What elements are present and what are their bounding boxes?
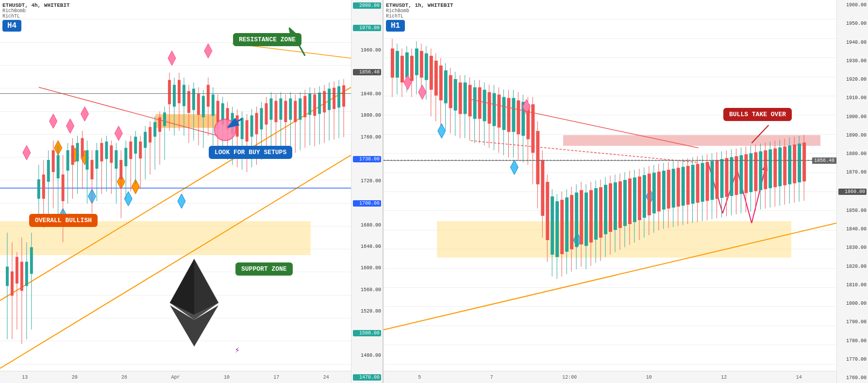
- svg-rect-58: [95, 150, 98, 169]
- svg-rect-96: [187, 91, 190, 113]
- svg-rect-301: [686, 166, 690, 205]
- left-indicator-2: RichTL: [2, 14, 70, 19]
- svg-rect-176: [401, 56, 404, 83]
- right-price-1840: 1840.00: [838, 226, 867, 232]
- svg-marker-22: [168, 51, 176, 66]
- svg-rect-180: [410, 56, 414, 81]
- price-1856: 1856.48: [353, 69, 381, 75]
- right-price-1920: 1920.00: [838, 77, 867, 82]
- svg-rect-307: [701, 163, 704, 202]
- price-1640: 1640.00: [353, 244, 381, 249]
- right-price-1900: 1900.00: [838, 114, 867, 120]
- svg-rect-205: [464, 83, 467, 114]
- price-1600: 1600.00: [353, 265, 381, 271]
- svg-rect-191: [430, 56, 433, 90]
- svg-rect-305: [696, 164, 700, 203]
- buy-setups-label: LOOK FOR BUY SETUPS: [209, 146, 292, 159]
- left-timeframe-badge: H4: [2, 20, 21, 32]
- svg-rect-178: [405, 52, 409, 78]
- svg-rect-327: [739, 155, 743, 194]
- right-price-1800: 1800.00: [838, 301, 867, 306]
- svg-line-356: [751, 125, 768, 143]
- right-price-1760: 1760.00: [838, 375, 867, 381]
- svg-rect-246: [555, 201, 559, 257]
- svg-rect-227: [517, 101, 520, 135]
- right-price-1880: 1880.00: [838, 151, 867, 157]
- svg-rect-158: [337, 87, 340, 108]
- svg-rect-313: [706, 162, 709, 201]
- svg-rect-76: [139, 141, 142, 158]
- svg-rect-343: [778, 147, 782, 186]
- svg-rect-80: [149, 127, 151, 142]
- rx-label-1200: 12:00: [562, 375, 577, 380]
- svg-rect-193: [434, 61, 438, 96]
- svg-rect-172: [391, 49, 394, 78]
- svg-rect-120: [246, 120, 249, 141]
- x-label-apr: Apr: [171, 375, 180, 380]
- svg-marker-17: [23, 145, 31, 160]
- left-chart-header: ETHUSDT, 4h, WHITEBIT RichBomb RichTL H4: [2, 2, 70, 32]
- right-timeframe-badge: H1: [386, 20, 405, 32]
- svg-rect-154: [328, 88, 331, 110]
- svg-rect-128: [265, 103, 267, 124]
- svg-rect-136: [284, 101, 287, 122]
- svg-rect-215: [488, 92, 491, 124]
- left-x-axis: 13 20 26 Apr 10 17 24: [0, 371, 351, 383]
- price-1970: 1970.00: [353, 25, 381, 31]
- svg-rect-70: [124, 148, 127, 166]
- svg-rect-248: [560, 200, 564, 254]
- svg-marker-23: [204, 44, 212, 58]
- eth-logo: [165, 259, 223, 349]
- svg-rect-46: [67, 150, 69, 171]
- svg-rect-68: [119, 160, 122, 179]
- svg-rect-213: [483, 90, 486, 122]
- svg-rect-203: [459, 83, 462, 114]
- svg-rect-321: [725, 158, 728, 197]
- svg-rect-36: [42, 174, 45, 199]
- svg-rect-199: [449, 75, 452, 108]
- svg-rect-243: [551, 196, 554, 255]
- svg-rect-8: [11, 271, 14, 296]
- svg-rect-88: [168, 80, 171, 104]
- price-1960: 1960.00: [353, 48, 381, 53]
- svg-rect-299: [682, 167, 685, 206]
- price-1480: 1480.00: [353, 353, 381, 358]
- price-1800: 1800.00: [353, 113, 381, 118]
- x-label-24: 24: [323, 375, 329, 380]
- svg-rect-281: [638, 176, 641, 220]
- svg-rect-347: [788, 145, 791, 184]
- left-chart-panel: ETHUSDT, 4h, WHITEBIT RichBomb RichTL H4: [0, 0, 384, 383]
- right-chart-header: ETHUSDT, 1h, WHITEBIT RichBomb RichTL H1: [386, 2, 453, 32]
- bulls-take-over-label: BULLS TAKE OVER: [723, 108, 792, 121]
- svg-rect-116: [236, 115, 239, 137]
- svg-rect-122: [250, 115, 253, 137]
- svg-rect-84: [158, 117, 161, 132]
- left-chart-title: ETHUSDT, 4h, WHITEBIT: [2, 2, 70, 8]
- svg-rect-323: [730, 157, 733, 196]
- right-current-price-label: 1856.48: [812, 157, 836, 164]
- rx-label-14: 14: [796, 375, 802, 380]
- svg-rect-50: [76, 143, 79, 161]
- svg-rect-351: [798, 143, 801, 182]
- svg-rect-108: [217, 101, 219, 122]
- svg-rect-297: [677, 168, 680, 207]
- svg-rect-186: [425, 53, 428, 80]
- svg-rect-52: [81, 138, 84, 157]
- right-price-1790: 1790.00: [838, 319, 867, 325]
- right-price-1830: 1830.00: [838, 245, 867, 250]
- right-chart-panel: ETHUSDT, 1h, WHITEBIT RichBomb RichTL H1: [384, 0, 868, 383]
- svg-rect-211: [478, 87, 482, 119]
- svg-rect-239: [541, 160, 544, 216]
- svg-rect-337: [764, 150, 767, 189]
- svg-rect-184: [420, 51, 423, 78]
- svg-rect-82: [153, 122, 156, 137]
- svg-rect-258: [584, 192, 588, 246]
- svg-rect-339: [768, 149, 772, 188]
- right-price-1910: 1910.00: [838, 95, 867, 101]
- svg-rect-219: [497, 95, 501, 128]
- svg-rect-195: [439, 66, 443, 101]
- svg-rect-34: [37, 179, 40, 199]
- svg-marker-189: [438, 123, 446, 138]
- svg-rect-287: [652, 173, 656, 213]
- svg-rect-262: [594, 188, 598, 240]
